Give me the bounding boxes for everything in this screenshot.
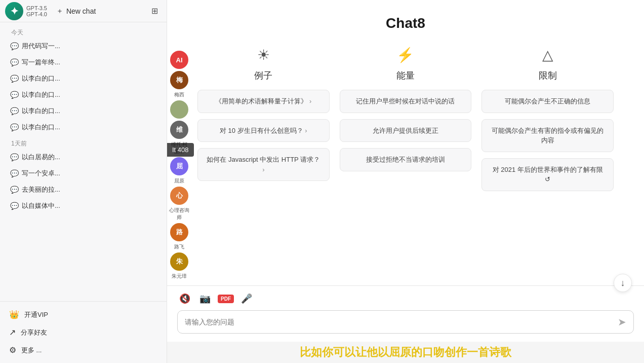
chat-item[interactable]: 💬 写一个安卓... ✏ ⬆ 🗑 xyxy=(6,165,160,181)
capabilities-column: ⚡ 能量 记住用户早些时候在对话中说的话 允许用户提供后续更正 接受过拒绝不当请… xyxy=(340,37,472,285)
avatar-weituo[interactable]: 维 xyxy=(170,121,188,139)
gpt40-label: GPT-4.0 xyxy=(26,11,47,17)
share-chat-button[interactable]: ⬆ xyxy=(136,90,145,99)
example-card-3[interactable]: 如何在 Javascript 中发出 HTTP 请求？ › xyxy=(197,148,330,181)
avatar-zhuyuanzhang[interactable]: 朱 xyxy=(170,252,188,271)
avatar-luffy[interactable]: 路 xyxy=(170,223,188,241)
microphone-button[interactable]: 🎤 xyxy=(239,291,254,306)
chat-item[interactable]: 💬 用代码写一... ✏ ⬆ 🗑 xyxy=(6,38,160,54)
share-chat-button[interactable]: ⬆ xyxy=(136,74,145,83)
settings-icon: ⚙ xyxy=(9,345,16,355)
delete-chat-button[interactable]: 🗑 xyxy=(146,185,156,194)
share-chat-button[interactable]: ⬆ xyxy=(136,169,145,178)
edit-chat-button[interactable]: ✏ xyxy=(126,169,135,178)
edit-chat-button[interactable]: ✏ xyxy=(126,106,135,116)
avatar-counselor-label: 心理咨询师 xyxy=(169,207,189,221)
avatar-quyuan[interactable]: 屈 xyxy=(170,157,188,175)
examples-column: ☀ 例子 《用简单的术语解释量子计算》 › 对 10 岁生日有什么创意吗？ › … xyxy=(197,37,330,285)
chat-title: 写一篇年终... xyxy=(22,58,123,67)
chat-bubble-icon: 💬 xyxy=(10,153,19,161)
share-chat-button[interactable]: ⬆ xyxy=(136,153,145,162)
chatgpt-logo[interactable]: ✦ xyxy=(5,2,23,20)
chat-input[interactable] xyxy=(185,318,613,326)
new-chat-button[interactable]: ＋ New chat xyxy=(51,4,143,19)
sidebar: ✦ GPT-3.5 GPT-4.0 ＋ New chat ⊞ 今天 💬 用代码写… xyxy=(0,0,167,363)
send-button[interactable]: ➤ xyxy=(618,316,626,328)
edit-chat-button[interactable]: ✏ xyxy=(126,185,135,194)
chat-item[interactable]: 💬 以李白的口... ✏ ⬆ 🗑 xyxy=(6,70,160,87)
yesterday-section-label: 1天前 xyxy=(4,135,163,149)
refresh-icon[interactable]: ↺ xyxy=(545,175,550,183)
chat-item[interactable]: 💬 去美丽的拉... ✏ ⬆ 🗑 xyxy=(6,181,160,198)
gpt-versions: GPT-3.5 GPT-4.0 xyxy=(26,5,47,17)
share-chat-button[interactable]: ⬆ xyxy=(136,185,145,194)
avatar-meixi-label: 梅西 xyxy=(174,91,184,98)
chat-item[interactable]: 💬 写一篇年终... ✏ ⬆ 🗑 xyxy=(6,54,160,70)
pdf-button[interactable]: PDF xyxy=(218,295,234,303)
edit-chat-button[interactable]: ✏ xyxy=(126,74,135,83)
capability-card-3: 接受过拒绝不当请求的培训 xyxy=(340,148,472,171)
capabilities-title: 能量 xyxy=(396,69,415,82)
chat-item[interactable]: 💬 以自媒体中... ✏ ⬆ 🗑 xyxy=(6,198,160,214)
share-chat-button[interactable]: ⬆ xyxy=(136,123,145,132)
logo-area: ✦ GPT-3.5 GPT-4.0 xyxy=(5,2,47,20)
chat-item[interactable]: 💬 以白居易的... ✏ ⬆ 🗑 xyxy=(6,149,160,165)
avatar-meixi[interactable]: 梅 xyxy=(170,71,188,89)
limitation-card-3: 对 2021 年后的世界和事件的了解有限 ↺ xyxy=(481,158,614,191)
chat-bubble-icon: 💬 xyxy=(10,91,19,99)
delete-chat-button[interactable]: 🗑 xyxy=(146,90,156,99)
avatar-ai[interactable]: AI xyxy=(170,51,188,69)
chat-bubble-icon: 💬 xyxy=(10,169,19,177)
avatar-counselor[interactable]: 心 xyxy=(170,187,188,205)
delete-chat-button[interactable]: 🗑 xyxy=(146,42,156,51)
main-content: It 408 AI 梅 梅西 维 维托·柯里昂 屈 屈原 心 心理咨询师 路 路… xyxy=(167,0,644,363)
compose-icon-button[interactable]: ⊞ xyxy=(147,4,162,18)
chat-title: 以白居易的... xyxy=(22,153,123,162)
chat-title: 以李白的口... xyxy=(22,106,123,116)
share-chat-button[interactable]: ⬆ xyxy=(136,201,145,210)
edit-chat-button[interactable]: ✏ xyxy=(126,58,135,67)
it408-text: It 408 xyxy=(172,146,189,154)
chat-title: 以李白的口... xyxy=(22,123,123,132)
chat-title: 以自媒体中... xyxy=(22,201,123,210)
edit-chat-button[interactable]: ✏ xyxy=(126,90,135,99)
delete-chat-button[interactable]: 🗑 xyxy=(146,169,156,178)
chat-list: 今天 💬 用代码写一... ✏ ⬆ 🗑 💬 写一篇年终... ✏ ⬆ 🗑 xyxy=(0,22,167,301)
chat-item[interactable]: 💬 以李白的口... ✏ ⬆ 🗑 xyxy=(6,119,160,135)
capability-card-1: 记住用户早些时候在对话中说的话 xyxy=(340,90,472,113)
edit-chat-button[interactable]: ✏ xyxy=(126,201,135,210)
avatar-unknown1[interactable] xyxy=(170,100,188,119)
vip-label: 开通VIP xyxy=(24,310,48,319)
delete-chat-button[interactable]: 🗑 xyxy=(146,106,156,116)
sun-icon: ☀ xyxy=(257,47,270,63)
delete-chat-button[interactable]: 🗑 xyxy=(146,123,156,132)
avatar-zhuyuanzhang-label: 朱元璋 xyxy=(172,273,187,280)
delete-chat-button[interactable]: 🗑 xyxy=(146,153,156,162)
edit-chat-button[interactable]: ✏ xyxy=(126,42,135,51)
chat-item[interactable]: 💬 以李白的口... ✏ ⬆ 🗑 xyxy=(6,103,160,119)
scroll-down-button[interactable]: ↓ xyxy=(614,274,632,292)
limitations-title: 限制 xyxy=(539,69,557,82)
chat-bubble-icon: 💬 xyxy=(10,186,19,194)
triangle-icon: △ xyxy=(542,47,553,63)
chat-input-container: ➤ xyxy=(177,310,634,334)
delete-chat-button[interactable]: 🗑 xyxy=(146,58,156,67)
chat-item[interactable]: 💬 以李白的口... ✏ ⬆ 🗑 xyxy=(6,87,160,103)
delete-chat-button[interactable]: 🗑 xyxy=(146,201,156,210)
camera-button[interactable]: 📷 xyxy=(197,291,213,306)
vip-button[interactable]: 👑 开通VIP xyxy=(4,306,163,323)
share-chat-button[interactable]: ⬆ xyxy=(136,58,145,67)
more-button[interactable]: ⚙ 更多 ... xyxy=(4,341,163,359)
edit-chat-button[interactable]: ✏ xyxy=(126,123,135,132)
chat-bubble-icon: 💬 xyxy=(10,107,19,115)
avatar-rail: AI 梅 梅西 维 维托·柯里昂 屈 屈原 心 心理咨询师 路 路飞 朱 朱元璋 xyxy=(169,51,189,280)
share-friends-button[interactable]: ↗ 分享好友 xyxy=(4,323,163,341)
example-card-2[interactable]: 对 10 岁生日有什么创意吗？ › xyxy=(197,119,330,142)
share-chat-button[interactable]: ⬆ xyxy=(136,106,145,116)
sidebar-footer: 👑 开通VIP ↗ 分享好友 ⚙ 更多 ... xyxy=(0,301,167,363)
example-card-1[interactable]: 《用简单的术语解释量子计算》 › xyxy=(197,90,330,113)
mute-button[interactable]: 🔇 xyxy=(177,291,192,306)
delete-chat-button[interactable]: 🗑 xyxy=(146,74,156,83)
share-chat-button[interactable]: ⬆ xyxy=(136,42,145,51)
edit-chat-button[interactable]: ✏ xyxy=(126,153,135,162)
